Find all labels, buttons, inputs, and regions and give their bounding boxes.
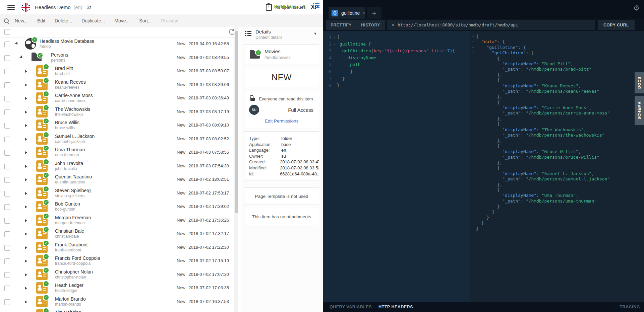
tree-row-heath-ledger[interactable]: ✓Heath Ledgerheath-ledgerNew2018-07-02 1… xyxy=(0,281,239,295)
row-checkbox[interactable] xyxy=(4,96,10,101)
fold-caret-icon[interactable]: ▾ xyxy=(332,34,337,41)
row-checkbox[interactable] xyxy=(4,204,10,210)
prettify-button[interactable]: PRETTIFY xyxy=(326,20,356,30)
collapse-arrow-icon[interactable] xyxy=(15,42,20,47)
tree-row-john-travolta[interactable]: ✓John Travoltajohn-travoltaNew2018-07-03… xyxy=(0,159,239,173)
expand-arrow-icon[interactable] xyxy=(25,138,29,141)
collapse-caret-icon[interactable]: ▾ xyxy=(470,45,476,50)
tree-row-frank-darabont[interactable]: ✓Frank Darabontfrank-darabontNew2018-07-… xyxy=(0,241,239,254)
expand-arrow-icon[interactable] xyxy=(25,300,29,304)
row-checkbox[interactable] xyxy=(4,69,10,74)
toolbar-item-new[interactable]: New... xyxy=(15,18,28,23)
row-checkbox[interactable] xyxy=(4,177,10,183)
row-checkbox[interactable] xyxy=(4,299,10,305)
footer-http-headers[interactable]: HTTP HEADERS xyxy=(378,305,413,309)
expand-arrow-icon[interactable] xyxy=(25,287,29,290)
select-all-checkbox[interactable] xyxy=(4,29,10,35)
tree-row-persons[interactable]: ✓PersonspersonsNew2018-07-02 08:49:55 xyxy=(0,51,239,65)
expand-arrow-icon[interactable] xyxy=(25,165,29,168)
row-checkbox[interactable] xyxy=(4,272,10,278)
expand-arrow-icon[interactable] xyxy=(25,124,29,127)
close-tab-icon[interactable]: × xyxy=(362,10,365,16)
row-checkbox[interactable] xyxy=(4,55,10,61)
tree-row-keanu-reeves[interactable]: ✓Keanu Reeveskeanu-reevesNew2018-07-03 0… xyxy=(0,78,239,92)
new-tab-button[interactable]: + xyxy=(367,7,382,19)
expand-arrow-icon[interactable] xyxy=(25,205,29,209)
tab-schema[interactable]: SCHEMA xyxy=(635,96,644,125)
row-checkbox[interactable] xyxy=(4,150,10,156)
tree-row-francis-ford-coppola[interactable]: ✓Francis Ford Coppolafrancis-ford-coppol… xyxy=(0,254,239,268)
row-checkbox[interactable] xyxy=(4,245,10,251)
tree-scrollbar[interactable] xyxy=(234,27,238,312)
tree-scrollbar-thumb[interactable] xyxy=(235,31,238,213)
tree-row-the-wachowskis[interactable]: ✓The Wachowskisthe-wachowskisNew2018-07-… xyxy=(0,105,239,119)
expand-arrow-icon[interactable] xyxy=(25,192,29,195)
row-checkbox[interactable] xyxy=(4,258,10,264)
toolbar-item-move[interactable]: Move... xyxy=(114,18,130,23)
tree-row-samuel-l-jackson[interactable]: ✓Samuel L. Jacksonsamuel-l.jacksonNew201… xyxy=(0,132,239,146)
fold-caret-icon[interactable]: ▾ xyxy=(332,41,337,48)
toolbar-item-edit[interactable]: Edit xyxy=(37,18,45,23)
expand-arrow-icon[interactable] xyxy=(25,97,29,100)
expand-arrow-icon[interactable] xyxy=(25,232,29,236)
selected-item-card[interactable]: ✓ Movies /hmdb/movies xyxy=(244,44,319,65)
search-icon[interactable] xyxy=(4,18,9,23)
tree-row-christian-bale[interactable]: ✓Christian Balechristian-baleNew2018-07-… xyxy=(0,227,239,241)
publish-button[interactable]: PUBLISH... ▼ xyxy=(274,0,306,12)
publish-caret-icon[interactable]: ▼ xyxy=(302,4,306,8)
tracing-toggle[interactable]: TRACING xyxy=(620,305,640,309)
tree-row-uma-thurman[interactable]: ✓Uma Thurmanuma-thurmanNew2018-07-03 07:… xyxy=(0,146,239,159)
collapse-arrow-icon[interactable] xyxy=(19,55,25,61)
tree-row-marlon-brando[interactable]: ✓Marlon Brandomarlon-brandoNew2018-07-02… xyxy=(0,295,239,309)
expand-arrow-icon[interactable] xyxy=(25,273,29,277)
expand-arrow-icon[interactable] xyxy=(25,83,29,87)
toolbar-item-sort[interactable]: Sort... xyxy=(139,18,152,23)
row-checkbox[interactable] xyxy=(4,123,10,129)
row-checkbox[interactable] xyxy=(4,109,10,115)
tree-row-tim-robbins[interactable]: ✓Tim Robbins xyxy=(0,308,239,312)
collapse-caret-icon[interactable]: ▾ xyxy=(470,34,476,39)
tree-row-christopher-nolan[interactable]: ✓Christopher Nolanchristopher-nolanNew20… xyxy=(0,268,239,282)
menu-icon[interactable] xyxy=(7,5,15,10)
edit-permissions-link[interactable]: Edit Permissions xyxy=(244,119,319,124)
toolbar-item-duplicate[interactable]: Duplicate... xyxy=(81,18,105,23)
expand-arrow-icon[interactable] xyxy=(25,110,29,114)
tree-row-morgan-freeman[interactable]: ✓Morgan Freemanmorgan-freemanNew2018-07-… xyxy=(0,214,239,227)
tree-row-carrie-anne-moss[interactable]: ✓Carrie-Anne Mosscarrie-anne-mossNew2018… xyxy=(0,91,239,105)
tree-row-brad-pitt[interactable]: ✓Brad Pittbrad-pittNew2018-07-03 08:50:0… xyxy=(0,64,239,78)
row-checkbox[interactable] xyxy=(4,82,10,88)
expand-arrow-icon[interactable] xyxy=(25,178,29,181)
query-editor[interactable]: 1▾{2▾ guillotine {3 getChildren(key:"${s… xyxy=(323,31,470,305)
tree-row-steven-spielberg[interactable]: ✓Steven Spielbergsteven-spielbergNew2018… xyxy=(0,186,239,200)
row-checkbox[interactable] xyxy=(4,164,10,169)
expand-arrow-icon[interactable] xyxy=(25,70,29,73)
row-checkbox[interactable] xyxy=(4,286,10,291)
tree-row-headless-movie-database[interactable]: ✓Headless Movie Database/hmdbNew2019-04-… xyxy=(0,37,239,51)
details-collapse-icon[interactable]: ▼ xyxy=(313,31,317,35)
collapse-caret-icon[interactable]: ▾ xyxy=(470,50,476,56)
row-checkbox[interactable] xyxy=(4,218,10,224)
tree-row-bob-gunton[interactable]: ✓Bob Guntonbob-guntonNew2018-07-02 17:39… xyxy=(0,200,239,214)
tree-row-bruce-willis[interactable]: ✓Bruce Willisbruce-willisNew2018-07-03 0… xyxy=(0,119,239,132)
tree-row-quentin-tarantino[interactable]: ✓Quentin Tarantinoquentin-tarantinoNew20… xyxy=(0,173,239,186)
footer-query-variables[interactable]: QUERY VARIABLES xyxy=(330,305,372,309)
toolbar-item-delete[interactable]: Delete... xyxy=(55,18,72,23)
expand-arrow-icon[interactable] xyxy=(25,151,29,154)
query-results[interactable]: ▾{▾ "data": {▾ "guillotine": {▾ "getChil… xyxy=(470,31,644,305)
toggle-details-icon[interactable] xyxy=(313,3,319,9)
tab-guillotine[interactable]: Q guillotine × xyxy=(329,7,365,19)
settings-gear-icon[interactable]: ⚙ xyxy=(633,4,640,12)
swap-arrows-icon[interactable]: ⇄ xyxy=(87,4,92,10)
collapse-caret-icon[interactable]: ▾ xyxy=(470,39,476,45)
copy-curl-button[interactable]: COPY CURL xyxy=(598,20,635,30)
history-button[interactable]: HISTORY xyxy=(356,20,385,30)
expand-arrow-icon[interactable] xyxy=(25,219,29,222)
row-checkbox[interactable] xyxy=(4,137,10,142)
row-checkbox[interactable] xyxy=(4,191,10,197)
expand-arrow-icon[interactable] xyxy=(25,246,29,249)
tab-docs[interactable]: DOCS xyxy=(635,72,644,93)
expand-arrow-icon[interactable] xyxy=(25,259,29,263)
endpoint-url-bar[interactable]: http://localhost:8080/site/hmdb/draft/hm… xyxy=(387,20,595,30)
row-checkbox[interactable] xyxy=(4,231,10,237)
row-checkbox[interactable] xyxy=(4,42,10,47)
